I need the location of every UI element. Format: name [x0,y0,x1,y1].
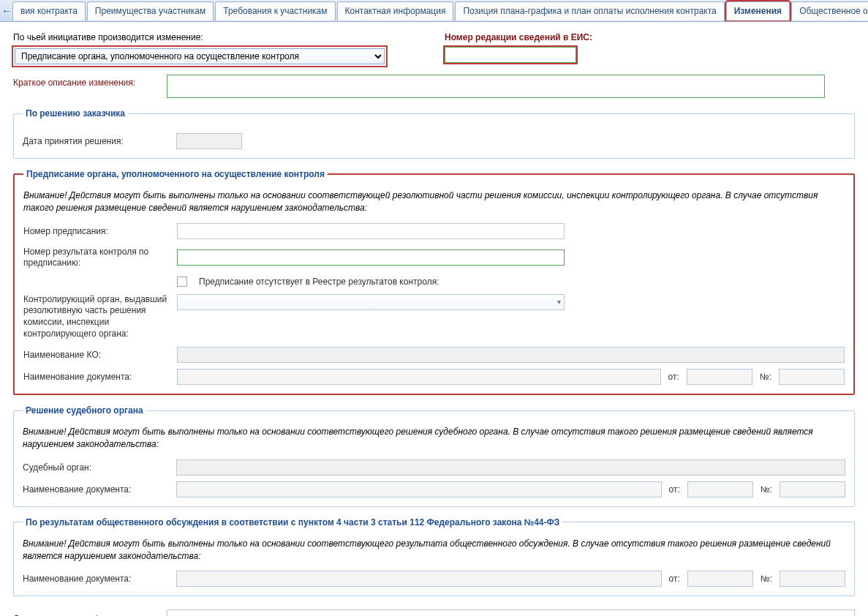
court-doc-name-input[interactable] [176,481,662,497]
initiative-select[interactable]: Предписание органа, уполномоченного на о… [15,48,385,64]
public-legend: По результатам общественного обсуждения … [23,517,562,527]
court-doc-from-input[interactable] [687,481,753,497]
ko-name-label: Наименование КО: [23,350,170,360]
customer-decision-legend: По решению заказчика [23,108,128,119]
tabbar: ← вия контракта Преимущества участникам … [0,0,868,22]
order-legend: Предписание органа, уполномоченного на о… [23,169,328,179]
court-doc-from-label: от: [669,484,680,495]
extra-info-input[interactable] [167,609,855,616]
decision-date-label: Дата принятия решения: [23,136,169,146]
order-doc-label: Наименование документа: [23,372,170,382]
initiative-select-wrap: Предписание органа, уполномоченного на о… [13,47,386,66]
order-doc-no-input[interactable] [779,369,845,385]
control-result-label: Номер результата контроля по предписанию… [23,247,170,269]
customer-decision-fieldset: По решению заказчика Дата принятия решен… [13,108,855,159]
order-number-input[interactable] [177,223,565,239]
order-warning: Внимание! Действия могут быть выполнены … [23,189,845,214]
order-doc-name-input[interactable] [177,369,661,385]
public-fieldset: По результатам общественного обсуждения … [13,517,855,597]
court-org-input[interactable] [176,459,845,476]
court-doc-no-input[interactable] [780,481,845,497]
public-doc-from-input[interactable] [687,571,753,587]
tab-contract-conditions[interactable]: вия контракта [12,1,86,20]
public-doc-no-label: №: [761,574,772,584]
tabs-scroll-left-icon[interactable]: ← [1,3,12,19]
decision-date-input[interactable] [176,133,242,149]
court-org-label: Судебный орган: [23,462,169,473]
controlling-org-dropdown[interactable]: ▾ [177,294,565,310]
controlling-org-label: Контролирующий орган, выдавший резолютив… [23,294,170,339]
public-warning: Внимание! Действия могут быть выполнены … [23,538,845,563]
ko-name-input[interactable] [177,347,845,363]
control-result-input[interactable] [177,249,565,266]
content: По чьей инициативе производится изменени… [0,22,868,616]
public-doc-no-input[interactable] [780,571,845,587]
order-number-label: Номер предписания: [23,226,170,236]
public-doc-from-label: от: [669,574,680,584]
order-doc-no-label: №: [760,372,771,382]
public-doc-label: Наименование документа: [23,574,169,584]
short-desc-input[interactable] [167,75,825,98]
order-fieldset: Предписание органа, уполномоченного на о… [13,169,855,395]
court-doc-no-label: №: [761,484,772,495]
public-doc-name-input[interactable] [176,571,662,587]
order-doc-from-label: от: [668,372,679,382]
initiative-label: По чьей инициативе производится изменени… [13,32,386,42]
tab-contact[interactable]: Контактная информация [337,1,454,20]
tab-advantages[interactable]: Преимущества участникам [87,1,214,20]
eis-label: Номер редакции сведений в ЕИС: [445,32,592,42]
tab-public-discussion[interactable]: Общественное обсуждение [791,1,868,20]
order-absent-checkbox[interactable] [177,277,187,287]
court-doc-label: Наименование документа: [23,484,169,495]
eis-number-input[interactable] [445,47,576,63]
tab-plan-position[interactable]: Позиция плана-графика и план оплаты испо… [455,1,724,20]
tab-changes[interactable]: Изменения [726,1,790,20]
order-absent-label: Предписание отсутствует в Реестре резуль… [199,277,439,287]
court-fieldset: Решение судебного органа Внимание! Дейст… [13,405,855,507]
short-desc-label: Краткое описание изменения: [13,75,159,88]
tab-requirements[interactable]: Требования к участникам [215,1,335,20]
chevron-down-icon: ▾ [557,298,561,306]
court-legend: Решение судебного органа [23,405,146,416]
court-warning: Внимание! Действия могут быть выполнены … [23,426,845,451]
order-doc-from-input[interactable] [687,369,752,385]
